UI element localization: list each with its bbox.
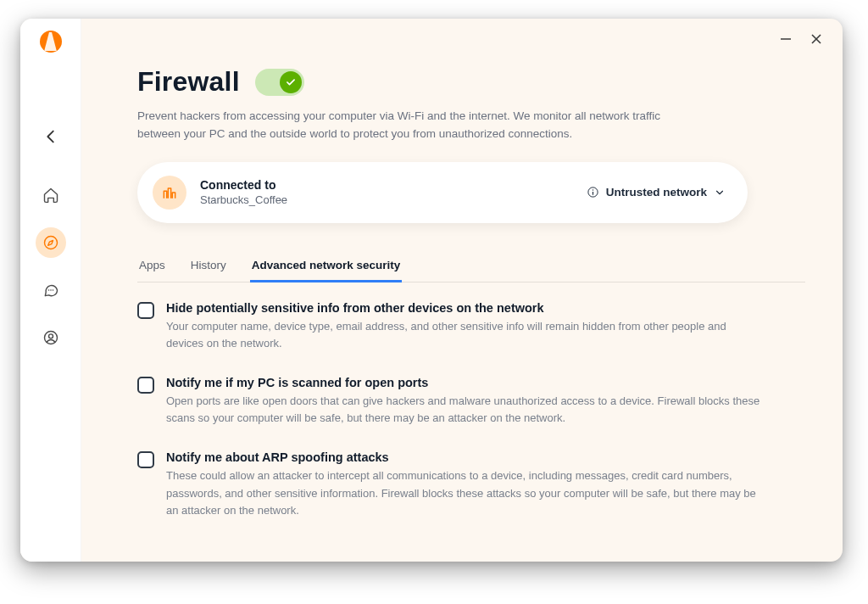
app-window: Firewall Prevent hackers from accessing … [20,19,843,562]
checkbox-hide-info[interactable] [137,302,154,319]
connection-label: Connected to [200,178,587,192]
setting-title: Notify me about ARP spoofing attacks [166,450,765,464]
main-content: Firewall Prevent hackers from accessing … [81,19,843,562]
svg-point-6 [52,289,53,291]
setting-title: Hide potentially sensitive info from oth… [166,301,765,315]
tab-apps[interactable]: Apps [137,252,167,282]
page-header: Firewall [137,66,805,98]
svg-point-4 [47,289,49,291]
checkbox-arp-spoof[interactable] [137,451,154,468]
app-logo-icon [40,31,62,53]
nav-explore[interactable] [36,227,66,258]
check-icon [280,71,302,93]
chevron-down-icon [714,187,726,199]
setting-title: Notify me if my PC is scanned for open p… [166,376,765,389]
tab-history[interactable]: History [189,252,228,282]
connection-card: Connected to Starbucks_Coffee Untrusted … [137,162,748,223]
connection-info: Connected to Starbucks_Coffee [200,178,587,206]
nav-account[interactable] [36,322,66,353]
svg-point-5 [50,289,52,291]
connection-name: Starbucks_Coffee [200,193,587,206]
tab-advanced[interactable]: Advanced network security [250,252,403,282]
svg-point-8 [48,334,53,338]
window-controls [780,19,843,59]
settings-list: Hide potentially sensitive info from oth… [137,301,765,519]
network-trust-label: Untrusted network [606,186,707,199]
page-description: Prevent hackers from accessing your comp… [137,108,680,143]
tab-bar: Apps History Advanced network security [137,252,805,282]
setting-item: Notify me about ARP spoofing attacks The… [137,450,765,518]
setting-item: Notify me if my PC is scanned for open p… [137,376,765,427]
nav-home[interactable] [36,180,66,210]
setting-description: Open ports are like open doors that can … [166,393,765,427]
setting-description: These could allow an attacker to interce… [166,467,765,518]
checkbox-port-scan[interactable] [137,377,154,394]
firewall-toggle[interactable] [255,69,304,96]
close-button[interactable] [810,33,822,45]
svg-point-11 [593,190,593,191]
setting-description: Your computer name, device type, email a… [166,318,765,352]
setting-item: Hide potentially sensitive info from oth… [137,301,765,352]
network-icon [153,176,186,210]
svg-point-3 [44,237,57,249]
minimize-button[interactable] [780,33,792,45]
nav-messages[interactable] [36,275,66,305]
sidebar [20,19,81,562]
nav-list [36,180,66,353]
network-trust-dropdown[interactable]: Untrusted network [587,186,726,199]
back-button[interactable] [38,124,64,149]
page-title: Firewall [137,66,240,98]
info-icon [587,186,599,199]
